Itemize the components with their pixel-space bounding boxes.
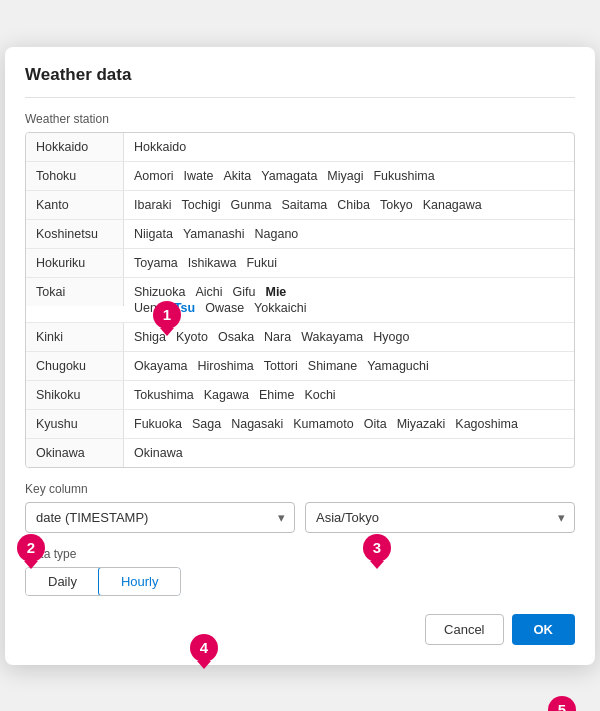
region-label: Kyushu (26, 410, 124, 438)
list-item[interactable]: Shimane (308, 359, 357, 373)
key-column-select-wrapper: date (TIMESTAMP) (25, 502, 295, 533)
list-item[interactable]: Fukuoka (134, 417, 182, 431)
list-item[interactable]: Chiba (337, 198, 370, 212)
table-row: KinkiShigaKyotoOsakaNaraWakayamaHyogo (26, 323, 574, 352)
dialog-title: Weather data (25, 65, 575, 98)
list-item[interactable]: Saitama (281, 198, 327, 212)
list-item[interactable]: Fukui (246, 256, 277, 270)
list-item[interactable]: Tsu (174, 301, 195, 315)
cities-list: OkayamaHiroshimaTottoriShimaneYamaguchi (124, 352, 574, 380)
key-column-select[interactable]: date (TIMESTAMP) (25, 502, 295, 533)
list-item[interactable]: Ehime (259, 388, 294, 402)
list-item[interactable]: Mie (265, 285, 286, 299)
list-item[interactable]: Miyagi (327, 169, 363, 183)
list-item[interactable]: Kochi (304, 388, 335, 402)
table-row: TohokuAomoriIwateAkitaYamagataMiyagiFuku… (26, 162, 574, 191)
list-item[interactable]: Yamagata (261, 169, 317, 183)
list-item[interactable]: Owase (205, 301, 244, 315)
list-item[interactable]: Ishikawa (188, 256, 237, 270)
table-row: TokaiShizuokaAichiGifuMieUenoTsuOwaseYok… (26, 278, 574, 323)
station-table: HokkaidoHokkaidoTohokuAomoriIwateAkitaYa… (25, 132, 575, 468)
timezone-select[interactable]: Asia/Tokyo (305, 502, 575, 533)
weather-station-label: Weather station (25, 112, 575, 126)
list-item[interactable]: Saga (192, 417, 221, 431)
table-row: HokurikuToyamaIshikawaFukui (26, 249, 574, 278)
region-label: Tohoku (26, 162, 124, 190)
list-item[interactable]: Tokushima (134, 388, 194, 402)
list-item[interactable]: Tottori (264, 359, 298, 373)
cities-list: FukuokaSagaNagasakiKumamotoOitaMiyazakiK… (124, 410, 574, 438)
list-item[interactable]: Hiroshima (198, 359, 254, 373)
region-label: Shikoku (26, 381, 124, 409)
key-column-label: Key column (25, 482, 575, 496)
list-item[interactable]: Akita (223, 169, 251, 183)
cities-list: NiigataYamanashiNagano (124, 220, 574, 248)
list-item[interactable]: Nagano (255, 227, 299, 241)
list-item[interactable]: Miyazaki (397, 417, 446, 431)
data-type-toggle: Daily Hourly (25, 567, 181, 596)
list-item[interactable]: Yokkaichi (254, 301, 306, 315)
region-label: Kanto (26, 191, 124, 219)
list-item[interactable]: Aomori (134, 169, 174, 183)
hourly-toggle[interactable]: Hourly (98, 567, 182, 596)
list-item[interactable]: Osaka (218, 330, 254, 344)
list-item[interactable]: Kyoto (176, 330, 208, 344)
cities-list: TokushimaKagawaEhimeKochi (124, 381, 574, 409)
table-row: ChugokuOkayamaHiroshimaTottoriShimaneYam… (26, 352, 574, 381)
list-item[interactable]: Kagawa (204, 388, 249, 402)
table-row: ShikokuTokushimaKagawaEhimeKochi (26, 381, 574, 410)
list-item[interactable]: Toyama (134, 256, 178, 270)
list-item[interactable]: Wakayama (301, 330, 363, 344)
ok-button[interactable]: OK (512, 614, 576, 645)
data-type-section: Data type Daily Hourly (25, 547, 575, 596)
table-row: OkinawaOkinawa (26, 439, 574, 467)
list-item[interactable]: Tokyo (380, 198, 413, 212)
list-item[interactable]: Gunma (230, 198, 271, 212)
key-column-row: date (TIMESTAMP) Asia/Tokyo (25, 502, 575, 533)
cities-list: Okinawa (124, 439, 574, 467)
list-item[interactable]: Shizuoka (134, 285, 185, 299)
list-item[interactable]: Okayama (134, 359, 188, 373)
list-item[interactable]: Kagoshima (455, 417, 518, 431)
list-item[interactable]: Kumamoto (293, 417, 353, 431)
cities-list: ShigaKyotoOsakaNaraWakayamaHyogo (124, 323, 574, 351)
list-item[interactable]: Shiga (134, 330, 166, 344)
list-item[interactable]: Tochigi (182, 198, 221, 212)
list-item[interactable]: Oita (364, 417, 387, 431)
list-item[interactable]: Gifu (233, 285, 256, 299)
cities-list: Hokkaido (124, 133, 574, 161)
region-label: Kinki (26, 323, 124, 351)
region-label: Hokkaido (26, 133, 124, 161)
list-item[interactable]: Ueno (134, 301, 164, 315)
daily-toggle[interactable]: Daily (26, 568, 99, 595)
region-label: Hokuriku (26, 249, 124, 277)
table-row: HokkaidoHokkaido (26, 133, 574, 162)
timezone-select-wrapper: Asia/Tokyo (305, 502, 575, 533)
data-type-label: Data type (25, 547, 575, 561)
region-label: Koshinetsu (26, 220, 124, 248)
list-item[interactable]: Niigata (134, 227, 173, 241)
cities-list: ShizuokaAichiGifuMieUenoTsuOwaseYokkaich… (124, 278, 574, 322)
list-item[interactable]: Nara (264, 330, 291, 344)
list-item[interactable]: Hokkaido (134, 140, 186, 154)
region-label: Okinawa (26, 439, 124, 467)
weather-data-dialog: 1 2 3 4 5 Weather data Weather station H… (5, 47, 595, 665)
list-item[interactable]: Iwate (184, 169, 214, 183)
list-item[interactable]: Nagasaki (231, 417, 283, 431)
list-item[interactable]: Yamaguchi (367, 359, 429, 373)
table-row: KyushuFukuokaSagaNagasakiKumamotoOitaMiy… (26, 410, 574, 439)
list-item[interactable]: Okinawa (134, 446, 183, 460)
list-item[interactable]: Fukushima (373, 169, 434, 183)
cancel-button[interactable]: Cancel (425, 614, 503, 645)
table-row: KantoIbarakiTochigiGunmaSaitamaChibaToky… (26, 191, 574, 220)
table-row: KoshinetsuNiigataYamanashiNagano (26, 220, 574, 249)
list-item[interactable]: Kanagawa (423, 198, 482, 212)
cities-list: AomoriIwateAkitaYamagataMiyagiFukushima (124, 162, 574, 190)
list-item[interactable]: Yamanashi (183, 227, 245, 241)
region-label: Chugoku (26, 352, 124, 380)
list-item[interactable]: Aichi (195, 285, 222, 299)
list-item[interactable]: Ibaraki (134, 198, 172, 212)
dialog-footer: Cancel OK (25, 614, 575, 645)
region-label: Tokai (26, 278, 124, 306)
list-item[interactable]: Hyogo (373, 330, 409, 344)
